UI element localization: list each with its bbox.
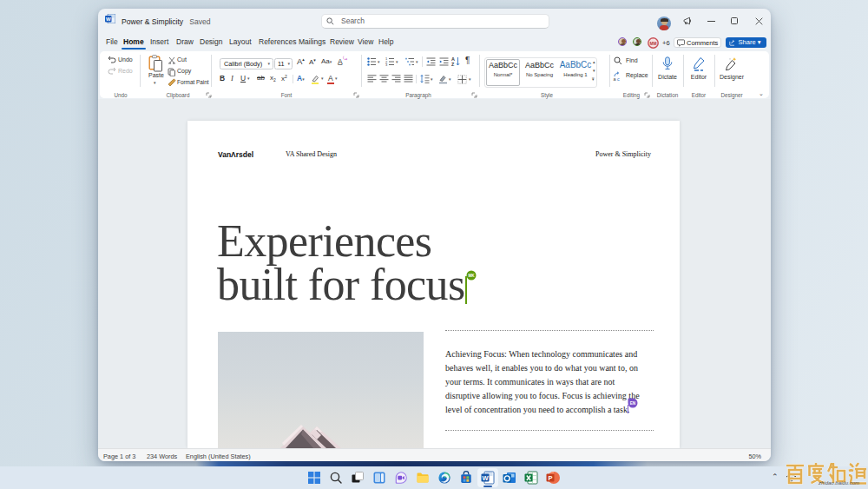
svg-text:A: A xyxy=(451,56,455,62)
svg-text:P: P xyxy=(548,474,552,482)
svg-text:W: W xyxy=(482,474,489,482)
svg-text:Z: Z xyxy=(451,62,455,67)
svg-text:3: 3 xyxy=(385,63,388,66)
svg-text:W: W xyxy=(106,17,111,22)
svg-text:a: a xyxy=(614,76,617,81)
svg-text:EN: EN xyxy=(630,401,636,406)
svg-text:MK: MK xyxy=(468,274,475,278)
svg-text:c: c xyxy=(617,76,620,81)
svg-text:MM: MM xyxy=(650,41,657,45)
